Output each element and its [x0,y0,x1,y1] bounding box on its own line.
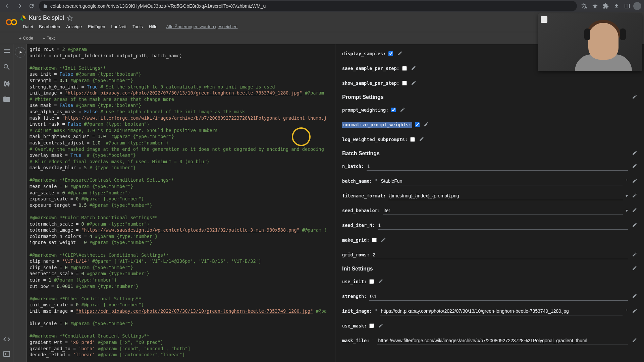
init-image-input[interactable] [380,307,623,315]
use-mask-checkbox[interactable] [369,323,374,328]
seed-iter-n-label: seed_iter_N: [342,223,375,228]
colab-logo-icon[interactable] [5,16,17,28]
variables-button[interactable]: {x} [3,79,11,87]
add-text-button[interactable]: +Text [40,34,57,42]
back-button[interactable] [3,1,12,11]
mask-file-label: mask_file: [342,338,369,343]
init-settings-header: Init Settings [342,262,637,274]
save-status[interactable]: Alle Änderungen wurden gespeichert [163,23,240,30]
log-subprompts-checkbox[interactable] [410,137,415,142]
edit-icon[interactable] [632,94,637,101]
svg-point-3 [11,19,16,24]
chevron-down-icon[interactable]: ▾ [626,193,628,198]
browser-actions [580,1,641,11]
files-button[interactable] [3,95,11,103]
menu-edit[interactable]: Bearbeiten [36,23,63,30]
edit-icon[interactable] [632,150,637,157]
attention-marker [292,127,311,146]
url-bar[interactable]: colab.research.google.com/drive/13G9KHyM… [39,1,577,11]
batch-name-input[interactable] [380,177,623,185]
sidepanel-button[interactable] [623,1,632,11]
make-grid-label: make_grid: [342,237,369,243]
star-icon[interactable] [67,15,73,21]
edit-icon[interactable] [378,323,383,329]
main-area: grid_rows = 2 #@param outdir = get_outpu… [13,44,644,362]
toc-button[interactable] [3,47,11,55]
svg-text:{x}: {x} [4,81,10,86]
mask-file-input[interactable] [377,337,628,345]
edit-icon[interactable] [411,80,416,86]
left-sidebar: {x} [0,44,13,362]
edit-icon[interactable] [411,65,416,72]
edit-icon[interactable] [632,222,637,229]
svg-rect-5 [4,351,10,357]
n-batch-input[interactable] [367,162,628,171]
seed-behavior-select[interactable] [383,206,623,215]
edit-icon[interactable] [632,338,637,344]
svg-rect-0 [625,4,630,8]
edit-icon[interactable] [419,136,424,143]
lock-icon [43,4,48,8]
svg-point-2 [6,19,11,24]
run-cell-button[interactable] [15,47,25,58]
bookmark-button[interactable] [590,1,600,11]
menu-view[interactable]: Anzeige [63,23,85,30]
edit-icon[interactable] [632,308,637,314]
seed-iter-n-input[interactable] [378,221,628,230]
strength-input[interactable] [369,292,628,301]
display-samples-checkbox[interactable] [388,51,393,56]
menu-help[interactable]: Hilfe [146,23,160,30]
presenter-video [538,13,642,71]
menu-file[interactable]: Datei [20,23,36,30]
edit-icon[interactable] [400,107,405,113]
normalize-weights-label: normalize_prompt_weights: [342,122,412,128]
reload-button[interactable] [27,1,36,11]
edit-icon[interactable] [632,163,637,170]
profile-avatar[interactable] [633,2,641,10]
use-mask-label: use_mask: [342,323,367,328]
terminal-button[interactable] [3,350,11,358]
translate-button[interactable] [580,1,589,11]
chevron-down-icon[interactable]: ▾ [626,208,628,213]
cell-gutter [13,44,27,362]
edit-icon[interactable] [632,207,637,214]
find-button[interactable] [3,63,11,71]
notebook-title[interactable]: Kurs Beispiel [29,14,64,21]
edit-icon[interactable] [632,252,637,258]
filename-format-label: filename_format: [342,193,386,198]
edit-icon[interactable] [397,51,402,57]
extensions-button[interactable] [601,1,610,11]
prompt-weighting-checkbox[interactable] [391,108,396,112]
normalize-weights-checkbox[interactable] [415,122,420,127]
init-image-label: init_image: [342,308,372,314]
edit-icon[interactable] [632,265,637,272]
code-editor[interactable]: grid_rows = 2 #@param outdir = get_outpu… [27,44,335,362]
add-code-button[interactable]: +Code [16,34,36,42]
edit-icon[interactable] [381,237,386,243]
edit-icon[interactable] [424,122,429,128]
menu-insert[interactable]: Einfügen [85,23,108,30]
download-button[interactable] [612,1,621,11]
make-grid-checkbox[interactable] [372,238,377,242]
prompt-settings-header: Prompt Settings [342,90,637,103]
display-samples-label: display_samples: [342,51,386,56]
menu-tools[interactable]: Tools [130,23,145,30]
edit-icon[interactable] [378,279,383,285]
use-init-checkbox[interactable] [369,279,374,284]
snippets-button[interactable] [3,335,11,343]
strength-label: strength: [342,294,367,299]
filename-format-input[interactable] [388,192,623,200]
video-overlay[interactable] [538,13,642,71]
forward-button[interactable] [15,1,24,11]
grid-rows-input[interactable] [372,251,628,259]
menu-runtime[interactable]: Laufzeit [109,23,129,30]
edit-icon[interactable] [632,293,637,300]
edit-icon[interactable] [632,193,637,199]
save-sample-checkbox[interactable] [402,66,407,71]
seed-behavior-label: seed_behavior: [342,208,380,213]
show-sample-checkbox[interactable] [402,81,407,85]
show-sample-label: show_sample_per_step: [342,80,399,86]
form-panel: display_samples: save_sample_per_step: s… [335,44,644,362]
save-sample-label: save_sample_per_step: [342,66,399,71]
edit-icon[interactable] [632,178,637,184]
